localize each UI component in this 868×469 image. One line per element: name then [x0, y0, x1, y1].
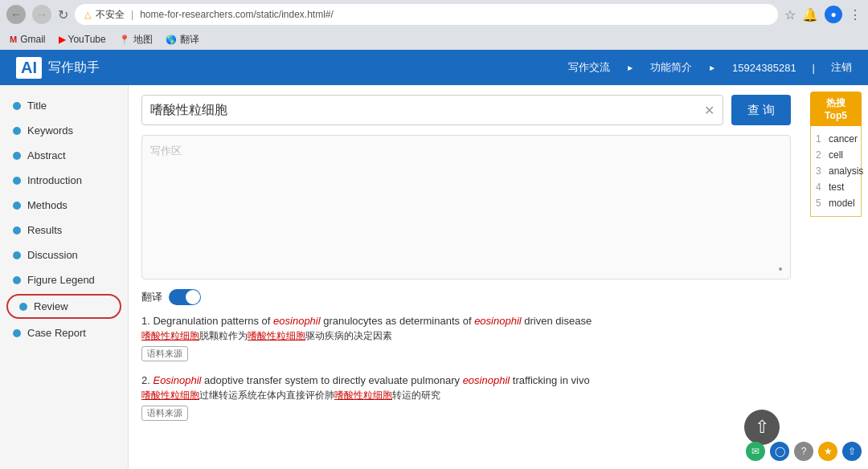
- top5-rank-5: 5: [816, 198, 825, 209]
- header-phone: 15924385281: [732, 62, 796, 74]
- menu-icon[interactable]: ⋮: [849, 7, 862, 22]
- translation-toggle[interactable]: [169, 289, 201, 305]
- app-header: AI 写作助手 写作交流 ► 功能简介 ► 15924385281 | 注销: [0, 50, 868, 85]
- bookmark-youtube-label: YouTube: [68, 34, 106, 45]
- header-logo: AI 写作助手: [16, 57, 100, 79]
- back-button[interactable]: ←: [6, 5, 26, 24]
- nav-logout[interactable]: 注销: [831, 60, 852, 75]
- sidebar-dot-results: [13, 226, 21, 234]
- writing-cursor-dot: [779, 267, 782, 271]
- result-1-number: 1.: [141, 315, 150, 327]
- bookmark-gmail[interactable]: M Gmail: [10, 34, 46, 45]
- result-1-keyword2: eosinophil: [474, 315, 522, 327]
- star-icon[interactable]: ☆: [784, 7, 796, 22]
- writing-area[interactable]: 写作区: [141, 135, 791, 279]
- gmail-icon: M: [10, 35, 17, 44]
- logo-icon: AI: [16, 57, 42, 79]
- sidebar-item-review[interactable]: Review: [6, 294, 121, 319]
- sidebar-item-methods[interactable]: Methods: [0, 193, 128, 218]
- sidebar-item-title[interactable]: Title: [0, 93, 128, 118]
- bookmark-gmail-label: Gmail: [20, 34, 45, 45]
- nav-writing[interactable]: 写作交流: [568, 60, 610, 75]
- result-1-source-tag[interactable]: 语料来源: [141, 346, 188, 361]
- result-1-zh-keyword2: 嗜酸性粒细胞: [248, 330, 305, 341]
- sidebar-label-results: Results: [27, 224, 62, 236]
- social-circle-icon[interactable]: ◯: [770, 442, 789, 461]
- sidebar-label-keywords: Keywords: [27, 124, 73, 137]
- bookmark-translate-label: 翻译: [180, 33, 199, 47]
- bottom-social-bar: ✉ ◯ ? ★ ⇧: [746, 442, 804, 461]
- sidebar-dot-review: [19, 303, 27, 311]
- result-item-2: 2. Eosinophil adoptive transfer system t…: [141, 374, 791, 421]
- result-2-title-en: 2. Eosinophil adoptive transfer system t…: [141, 374, 791, 386]
- top5-list: 1 cancer 2 cell 3 analysis 4 test 5 mo: [810, 126, 862, 217]
- sidebar-item-discussion[interactable]: Discussion: [0, 243, 128, 267]
- result-2-middle: adoptive transfer system to directly eva…: [201, 374, 462, 386]
- social-question-icon[interactable]: ?: [794, 442, 804, 461]
- result-item-1: 1. Degranulation patterns of eosinophil …: [141, 315, 791, 361]
- top5-word-2[interactable]: cell: [829, 149, 843, 161]
- search-clear-button[interactable]: ✕: [704, 103, 714, 118]
- sidebar-item-keywords[interactable]: Keywords: [0, 118, 128, 143]
- toggle-knob: [186, 290, 200, 304]
- result-2-keyword1: Eosinophil: [153, 374, 201, 386]
- right-panel: 热搜 Top5 1 cancer 2 cell 3 analysis 4 tes…: [804, 85, 868, 469]
- address-text: home-for-researchers.com/static/index.ht…: [140, 9, 334, 20]
- search-input-container[interactable]: 嗜酸性粒细胞 ✕: [141, 95, 723, 125]
- result-2-title-zh: 嗜酸性粒细胞过继转运系统在体内直接评价肺嗜酸性粒细胞转运的研究: [141, 389, 791, 402]
- browser-top-bar: ← → ↻ △ 不安全 | home-for-researchers.com/s…: [0, 0, 868, 29]
- top5-word-5[interactable]: model: [829, 198, 855, 209]
- result-1-zh-middle: 脱颗粒作为: [199, 330, 248, 341]
- top5-item-5: 5 model: [816, 195, 856, 211]
- browser-chrome: ← → ↻ △ 不安全 | home-for-researchers.com/s…: [0, 0, 868, 50]
- translate-icon: 🌎: [166, 35, 177, 45]
- content-area: 嗜酸性粒细胞 ✕ 查 询 写作区 翻译 1. D: [129, 85, 804, 469]
- youtube-icon: ▶: [59, 35, 65, 45]
- forward-button[interactable]: →: [32, 5, 51, 24]
- browser-bookmarks: M Gmail ▶ YouTube 📍 地图 🌎 翻译: [0, 29, 868, 50]
- search-button[interactable]: 查 询: [731, 95, 791, 125]
- top5-word-4[interactable]: test: [829, 181, 844, 193]
- scroll-up-button[interactable]: ⇧: [744, 410, 780, 445]
- bookmark-maps[interactable]: 📍 地图: [119, 33, 153, 47]
- hot-top5-header: 热搜 Top5: [810, 92, 862, 126]
- top5-rank-2: 2: [816, 149, 825, 161]
- profile-icon[interactable]: ●: [825, 6, 842, 23]
- social-wechat-icon[interactable]: ✉: [746, 442, 765, 461]
- result-2-keyword2: eosinophil: [463, 374, 510, 386]
- result-2-zh-suffix: 转运的研究: [392, 389, 440, 401]
- header-nav: 写作交流 ► 功能简介 ► 15924385281 | 注销: [568, 60, 852, 75]
- top5-word-1[interactable]: cancer: [829, 133, 858, 145]
- sidebar-item-figure-legend[interactable]: Figure Legend: [0, 267, 128, 292]
- nav-features[interactable]: 功能简介: [650, 60, 692, 75]
- sidebar-label-review: Review: [34, 300, 68, 312]
- result-2-zh-middle: 过继转运系统在体内直接评价肺: [199, 389, 334, 401]
- sidebar-dot-methods: [13, 202, 21, 210]
- bookmark-translate[interactable]: 🌎 翻译: [166, 33, 199, 47]
- result-2-number: 2.: [141, 374, 150, 386]
- sidebar-label-figure-legend: Figure Legend: [27, 274, 95, 286]
- sidebar-dot-case-report: [13, 329, 21, 337]
- bookmark-youtube[interactable]: ▶ YouTube: [59, 34, 106, 45]
- security-warning-icon: △: [84, 10, 91, 20]
- result-2-source-tag[interactable]: 语料来源: [141, 406, 188, 421]
- bell-icon[interactable]: 🔔: [802, 7, 818, 22]
- header-separator: |: [813, 62, 815, 74]
- sidebar-item-case-report[interactable]: Case Report: [0, 320, 128, 345]
- result-1-title-en: 1. Degranulation patterns of eosinophil …: [141, 315, 791, 327]
- search-query-text: 嗜酸性粒细胞: [150, 102, 704, 119]
- writing-placeholder: 写作区: [150, 145, 182, 157]
- sidebar-label-case-report: Case Report: [27, 327, 86, 339]
- logo-text: 写作助手: [48, 59, 100, 76]
- sidebar-item-introduction[interactable]: Introduction: [0, 168, 128, 193]
- result-1-title-zh: 嗜酸性粒细胞脱颗粒作为嗜酸性粒细胞驱动疾病的决定因素: [141, 329, 791, 343]
- refresh-button[interactable]: ↻: [58, 7, 68, 22]
- top5-word-3[interactable]: analysis: [829, 165, 863, 177]
- address-bar[interactable]: △ 不安全 | home-for-researchers.com/static/…: [75, 4, 778, 25]
- top5-rank-1: 1: [816, 133, 825, 145]
- sidebar-item-abstract[interactable]: Abstract: [0, 143, 128, 168]
- sidebar-item-results[interactable]: Results: [0, 218, 128, 243]
- result-1-prefix: Degranulation patterns of: [153, 315, 273, 327]
- top5-item-2: 2 cell: [816, 147, 856, 163]
- sidebar-dot-title: [13, 102, 21, 110]
